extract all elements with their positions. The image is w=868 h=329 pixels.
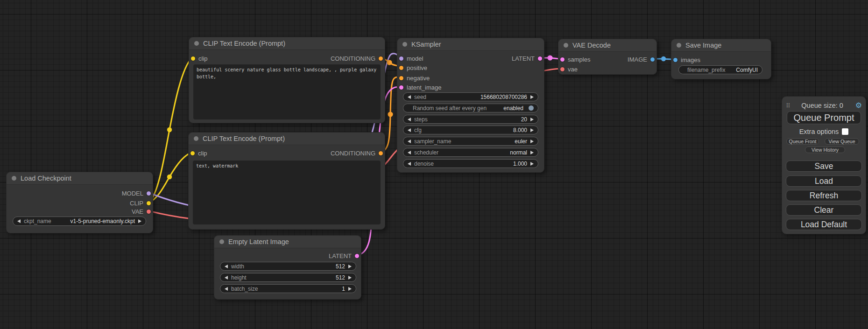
collapse-dot-icon[interactable] <box>564 43 568 48</box>
model-slot-icon[interactable] <box>399 56 403 61</box>
cfg-widget[interactable]: cfg 8.000 <box>403 126 538 134</box>
collapse-dot-icon[interactable] <box>402 42 407 47</box>
vae-slot-icon[interactable] <box>560 67 565 71</box>
decrement-arrow-icon[interactable] <box>225 265 228 268</box>
decrement-arrow-icon[interactable] <box>225 276 228 280</box>
increment-arrow-icon[interactable] <box>138 219 141 223</box>
collapse-dot-icon[interactable] <box>219 239 224 244</box>
queue-front-button[interactable]: Queue Front <box>786 138 819 145</box>
view-queue-button[interactable]: View Queue <box>825 138 859 145</box>
increment-arrow-icon[interactable] <box>530 162 534 166</box>
output-slot-latent[interactable]: LATENT <box>512 54 542 63</box>
latent-slot-icon[interactable] <box>399 85 403 90</box>
output-slot-image[interactable]: IMAGE <box>628 55 655 63</box>
input-slot-vae[interactable]: vae <box>560 65 578 73</box>
input-slot-latent-image[interactable]: latent_image <box>399 83 441 91</box>
image-slot-icon[interactable] <box>650 57 655 62</box>
ckpt-name-widget[interactable]: ckpt_name v1-5-pruned-emaonly.ckpt <box>13 217 146 226</box>
output-slot-clip[interactable]: CLIP <box>130 199 151 207</box>
queue-prompt-button[interactable]: Queue Prompt <box>787 111 861 124</box>
clear-button[interactable]: Clear <box>786 204 862 216</box>
sampler-name-widget[interactable]: sampler_name euler <box>403 137 538 146</box>
input-slot-images[interactable]: images <box>673 56 700 64</box>
conditioning-slot-icon[interactable] <box>399 76 403 80</box>
decrement-arrow-icon[interactable] <box>225 287 228 291</box>
collapse-dot-icon[interactable] <box>677 43 681 48</box>
decrement-arrow-icon[interactable] <box>408 162 411 166</box>
toggle-icon[interactable] <box>529 105 534 111</box>
node-clip-text-encode-negative[interactable]: CLIP Text Encode (Prompt) clip CONDITION… <box>188 132 385 230</box>
collapse-dot-icon[interactable] <box>12 176 16 181</box>
node-vae-decode[interactable]: VAE Decode samples vae IMAGE <box>558 39 657 75</box>
node-title-bar[interactable]: VAE Decode <box>558 39 656 52</box>
increment-arrow-icon[interactable] <box>530 140 534 143</box>
input-slot-negative[interactable]: negative <box>399 74 430 82</box>
node-title-bar[interactable]: Empty Latent Image <box>214 236 361 248</box>
save-button[interactable]: Save <box>786 161 862 172</box>
node-save-image[interactable]: Save Image images filename_prefix ComfyU… <box>671 39 771 79</box>
settings-gear-icon[interactable]: ⚙ <box>855 102 862 109</box>
image-slot-icon[interactable] <box>673 58 677 62</box>
scheduler-widget[interactable]: scheduler normal <box>403 148 538 157</box>
denoise-widget[interactable]: denoise 1.000 <box>403 159 538 168</box>
increment-arrow-icon[interactable] <box>348 287 352 291</box>
node-title-bar[interactable]: Load Checkpoint <box>7 172 153 185</box>
refresh-button[interactable]: Refresh <box>786 190 862 201</box>
decrement-arrow-icon[interactable] <box>408 118 411 121</box>
collapse-dot-icon[interactable] <box>194 136 198 141</box>
load-default-button[interactable]: Load Default <box>786 219 862 230</box>
decrement-arrow-icon[interactable] <box>17 219 21 223</box>
height-widget[interactable]: height 512 <box>220 273 356 282</box>
increment-arrow-icon[interactable] <box>530 128 534 132</box>
increment-arrow-icon[interactable] <box>530 95 534 99</box>
conditioning-slot-icon[interactable] <box>399 66 403 70</box>
latent-slot-icon[interactable] <box>538 56 542 61</box>
decrement-arrow-icon[interactable] <box>408 151 411 154</box>
collapse-dot-icon[interactable] <box>194 41 199 46</box>
clip-slot-icon[interactable] <box>191 151 195 155</box>
decrement-arrow-icon[interactable] <box>408 140 411 143</box>
node-load-checkpoint[interactable]: Load Checkpoint MODEL CLIP VAE ckpt_name… <box>6 172 153 233</box>
conditioning-slot-icon[interactable] <box>379 56 383 61</box>
clip-slot-icon[interactable] <box>191 56 195 61</box>
input-slot-positive[interactable]: positive <box>399 63 427 72</box>
seed-widget[interactable]: seed 156680208700286 <box>403 92 538 101</box>
input-slot-model[interactable]: model <box>399 54 423 63</box>
vae-slot-icon[interactable] <box>147 210 151 214</box>
node-empty-latent-image[interactable]: Empty Latent Image LATENT width 512 heig… <box>214 235 361 300</box>
filename-prefix-widget[interactable]: filename_prefix ComfyUI <box>678 65 762 74</box>
view-history-button[interactable]: View History <box>805 147 845 153</box>
input-slot-samples[interactable]: samples <box>560 55 590 63</box>
random-seed-toggle-widget[interactable]: Random seed after every gen enabled <box>403 104 538 112</box>
decrement-arrow-icon[interactable] <box>408 128 411 132</box>
increment-arrow-icon[interactable] <box>348 265 352 268</box>
decrement-arrow-icon[interactable] <box>408 95 411 99</box>
node-clip-text-encode-positive[interactable]: CLIP Text Encode (Prompt) clip CONDITION… <box>189 37 385 123</box>
output-slot-model[interactable]: MODEL <box>122 189 151 197</box>
output-slot-conditioning[interactable]: CONDITIONING <box>331 149 383 157</box>
latent-slot-icon[interactable] <box>355 254 359 258</box>
node-title-bar[interactable]: Save Image <box>671 39 771 52</box>
batch-size-widget[interactable]: batch_size 1 <box>220 284 356 293</box>
positive-prompt-textarea[interactable]: beautiful scenery nature glass bottle la… <box>193 64 381 119</box>
increment-arrow-icon[interactable] <box>530 118 534 121</box>
increment-arrow-icon[interactable] <box>348 276 352 280</box>
model-slot-icon[interactable] <box>147 191 151 196</box>
clip-slot-icon[interactable] <box>147 201 151 205</box>
steps-widget[interactable]: steps 20 <box>403 115 538 124</box>
latent-slot-icon[interactable] <box>560 57 565 62</box>
node-title-bar[interactable]: CLIP Text Encode (Prompt) <box>189 133 385 145</box>
extra-options-checkbox[interactable] <box>842 128 848 135</box>
node-title-bar[interactable]: KSampler <box>397 38 544 51</box>
load-button[interactable]: Load <box>786 175 862 187</box>
conditioning-slot-icon[interactable] <box>379 151 383 155</box>
drag-handle-icon[interactable]: ⠿ <box>786 102 790 109</box>
node-title-bar[interactable]: CLIP Text Encode (Prompt) <box>189 37 385 50</box>
input-slot-clip[interactable]: clip <box>191 54 208 63</box>
output-slot-vae[interactable]: VAE <box>132 207 151 216</box>
width-widget[interactable]: width 512 <box>220 262 356 271</box>
output-slot-conditioning[interactable]: CONDITIONING <box>331 54 383 63</box>
negative-prompt-textarea[interactable]: text, watermark <box>193 161 381 224</box>
output-slot-latent[interactable]: LATENT <box>329 252 359 260</box>
increment-arrow-icon[interactable] <box>530 151 534 154</box>
